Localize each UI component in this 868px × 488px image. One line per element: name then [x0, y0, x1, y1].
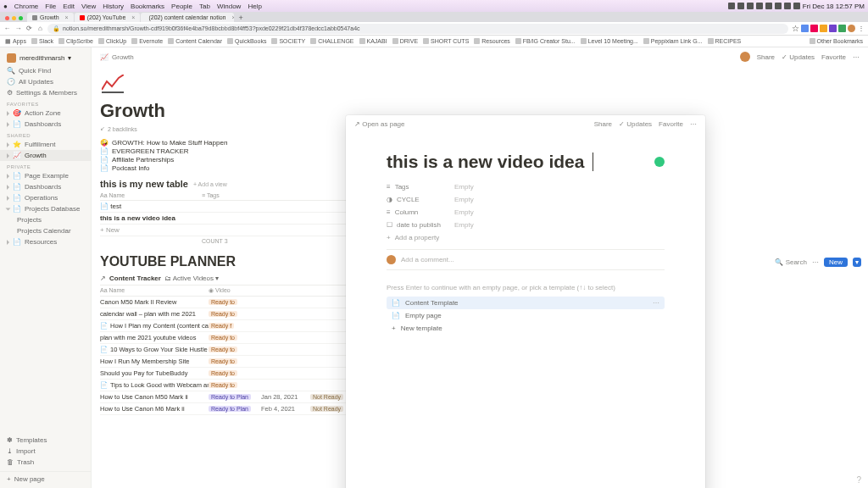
property-value[interactable]: Empty — [454, 208, 474, 216]
profile-avatar[interactable] — [848, 25, 855, 32]
chevron-right-icon[interactable] — [7, 174, 9, 179]
bookmark[interactable]: DRIVE — [392, 38, 418, 44]
property-row[interactable]: ☐date to publishEmpty — [387, 219, 665, 231]
chevron-right-icon[interactable] — [7, 111, 9, 116]
bookmark[interactable]: Content Calendar — [168, 38, 222, 44]
updates-button[interactable]: ✓ Updates — [619, 120, 652, 128]
bookmark[interactable]: FB/IG Creator Stu... — [515, 38, 576, 44]
menubar-item[interactable]: View — [81, 3, 96, 10]
property-row[interactable]: ◑CYCLEEmpty — [387, 193, 665, 206]
template-option[interactable]: 📄Empty page — [387, 309, 665, 322]
sidebar-item[interactable]: 📄Page Example — [0, 170, 91, 181]
open-as-page-button[interactable]: ↗ Open as page — [354, 120, 405, 128]
chevron-right-icon[interactable] — [7, 185, 9, 190]
sidebar-item[interactable]: 🎯Action Zone — [0, 108, 91, 119]
browser-tab[interactable]: Growth× — [27, 13, 74, 22]
favorite-button[interactable]: Favorite — [659, 120, 683, 128]
tray-icon[interactable] — [728, 3, 735, 9]
menubar-item[interactable]: Bookmarks — [131, 3, 164, 10]
chevron-down-icon[interactable] — [6, 208, 11, 210]
menu-button[interactable]: ⋮ — [857, 25, 865, 32]
comment-input[interactable]: Add a comment... — [387, 255, 665, 264]
bookmark[interactable]: Evernote — [131, 38, 163, 44]
tray-icon[interactable] — [737, 3, 744, 9]
sidebar-item[interactable]: 📄Projects Database — [0, 203, 91, 214]
back-button[interactable]: ← — [3, 25, 11, 32]
new-tab-button[interactable]: + — [235, 14, 246, 22]
star-icon[interactable]: ☆ — [792, 24, 799, 33]
menubar-item[interactable]: Edit — [63, 3, 75, 10]
browser-tab[interactable]: (202) YouTube× — [75, 13, 141, 22]
property-row[interactable]: ≡TagsEmpty — [387, 180, 665, 193]
menubar-item[interactable]: People — [171, 3, 192, 10]
sidebar-templates[interactable]: ✽Templates — [0, 435, 91, 446]
bookmark[interactable]: SHORT CUTS — [423, 38, 469, 44]
sidebar-settings[interactable]: ⚙Settings & Members — [0, 87, 91, 98]
sidebar-item-growth[interactable]: 📈Growth — [0, 150, 91, 161]
menubar-item[interactable]: Help — [248, 3, 261, 10]
sidebar-item[interactable]: 📄Dashboards — [0, 181, 91, 192]
other-bookmarks[interactable]: Other Bookmarks — [810, 38, 863, 44]
home-button[interactable]: ⌂ — [36, 25, 44, 32]
tray-icon[interactable] — [747, 3, 754, 9]
extension-icon[interactable] — [829, 25, 837, 32]
more-button[interactable]: ⋯ — [653, 299, 659, 307]
close-icon[interactable]: × — [231, 14, 234, 20]
sidebar-new-page[interactable]: +New page — [0, 471, 91, 485]
extension-icon[interactable] — [820, 25, 827, 32]
bookmark[interactable]: QuickBooks — [227, 38, 266, 44]
window-max-icon[interactable] — [19, 16, 23, 20]
extension-icon[interactable] — [810, 25, 818, 32]
sidebar-all-updates[interactable]: 🕑All Updates — [0, 76, 91, 87]
property-value[interactable]: Empty — [454, 183, 474, 191]
chevron-right-icon[interactable] — [7, 122, 9, 127]
menubar-item[interactable]: History — [103, 3, 124, 10]
workspace-switcher[interactable]: meredithmarsh ▾ — [0, 51, 91, 65]
sidebar-subitem[interactable]: Projects — [0, 214, 91, 225]
chevron-right-icon[interactable] — [7, 196, 9, 201]
bookmark[interactable]: KAJABI — [359, 38, 387, 44]
window-min-icon[interactable] — [12, 16, 16, 20]
sidebar-item[interactable]: 📄Dashboards — [0, 119, 91, 130]
tray-icon[interactable] — [793, 3, 800, 9]
reload-button[interactable]: ⟳ — [25, 25, 33, 32]
sidebar-item[interactable]: 📄Resources — [0, 236, 91, 247]
bookmark[interactable]: CHALLENGE — [310, 38, 353, 44]
tray-icon[interactable] — [775, 3, 782, 9]
share-button[interactable]: Share — [594, 120, 612, 128]
extension-icon[interactable] — [838, 25, 846, 32]
chevron-right-icon[interactable] — [7, 142, 9, 147]
menubar-item[interactable]: Tab — [199, 3, 210, 10]
more-button[interactable]: ⋯ — [690, 120, 697, 128]
tray-icon[interactable] — [765, 3, 772, 9]
bookmark[interactable]: Slack — [31, 38, 53, 44]
sidebar-import[interactable]: ⤓Import — [0, 446, 91, 457]
menubar-item[interactable]: Window — [217, 3, 241, 10]
browser-tab[interactable]: (202) content calendar notion× — [141, 13, 234, 22]
extension-icon[interactable] — [801, 25, 809, 32]
chevron-right-icon[interactable] — [7, 240, 9, 245]
sidebar-subitem[interactable]: Projects Calendar — [0, 225, 91, 236]
template-option[interactable]: +New template — [387, 322, 665, 335]
forward-button[interactable]: → — [14, 25, 22, 32]
bookmark[interactable]: ClipScribe — [58, 38, 93, 44]
bookmark[interactable]: Peppixlam Link G... — [643, 38, 703, 44]
modal-title-input[interactable]: this is a new video idea — [387, 152, 665, 172]
property-value[interactable]: Empty — [454, 196, 474, 203]
window-close-icon[interactable] — [5, 16, 9, 20]
sidebar-item[interactable]: ⭐Fulfillment — [0, 139, 91, 150]
sidebar-item[interactable]: 📄Operations — [0, 192, 91, 203]
chevron-right-icon[interactable] — [7, 153, 9, 158]
bookmark[interactable]: Level 10 Meeting... — [581, 38, 638, 44]
property-row[interactable]: ≡ColumnEmpty — [387, 206, 665, 219]
close-icon[interactable]: × — [131, 14, 135, 20]
sidebar-trash[interactable]: 🗑Trash — [0, 457, 91, 468]
bookmark[interactable]: Resources — [474, 38, 509, 44]
sidebar-quick-find[interactable]: 🔍Quick Find — [0, 65, 91, 76]
tray-icon[interactable] — [784, 3, 791, 9]
bookmark[interactable]: RECIPES — [708, 38, 742, 44]
add-property-button[interactable]: +Add a property — [387, 231, 665, 244]
menubar-app-name[interactable]: Chrome — [14, 3, 38, 10]
template-option[interactable]: 📄Content Template⋯ — [387, 297, 665, 309]
bookmark[interactable]: ▦Apps — [5, 38, 26, 45]
